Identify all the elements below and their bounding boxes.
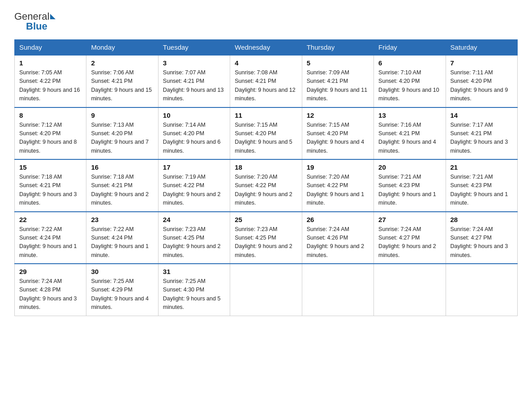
calendar-cell: 16 Sunrise: 7:18 AMSunset: 4:21 PMDaylig… — [86, 159, 158, 212]
day-info: Sunrise: 7:11 AMSunset: 4:20 PMDaylight:… — [450, 68, 513, 103]
day-info: Sunrise: 7:18 AMSunset: 4:21 PMDaylight:… — [19, 173, 82, 208]
day-info: Sunrise: 7:15 AMSunset: 4:20 PMDaylight:… — [235, 121, 297, 156]
day-number: 5 — [307, 59, 369, 67]
week-row-4: 22 Sunrise: 7:22 AMSunset: 4:24 PMDaylig… — [15, 212, 518, 264]
calendar-cell: 21 Sunrise: 7:21 AMSunset: 4:23 PMDaylig… — [446, 159, 517, 212]
day-number: 13 — [378, 111, 441, 119]
page-header: General Blue — [14, 11, 518, 32]
day-info: Sunrise: 7:13 AMSunset: 4:20 PMDaylight:… — [91, 121, 153, 156]
calendar-cell: 19 Sunrise: 7:20 AMSunset: 4:22 PMDaylig… — [302, 159, 373, 212]
day-info: Sunrise: 7:09 AMSunset: 4:21 PMDaylight:… — [307, 68, 369, 103]
day-number: 14 — [450, 111, 513, 119]
calendar-cell: 14 Sunrise: 7:17 AMSunset: 4:21 PMDaylig… — [446, 107, 517, 160]
day-number: 25 — [235, 216, 297, 223]
day-info: Sunrise: 7:25 AMSunset: 4:29 PMDaylight:… — [91, 277, 153, 312]
calendar-cell: 23 Sunrise: 7:22 AMSunset: 4:24 PMDaylig… — [86, 212, 158, 264]
day-info: Sunrise: 7:20 AMSunset: 4:22 PMDaylight:… — [235, 173, 297, 208]
calendar-cell: 25 Sunrise: 7:23 AMSunset: 4:25 PMDaylig… — [230, 212, 302, 264]
week-row-1: 1 Sunrise: 7:05 AMSunset: 4:22 PMDayligh… — [15, 55, 518, 107]
day-number: 21 — [450, 163, 513, 171]
day-number: 10 — [163, 111, 225, 119]
calendar-cell: 9 Sunrise: 7:13 AMSunset: 4:20 PMDayligh… — [86, 107, 158, 160]
calendar-cell: 20 Sunrise: 7:21 AMSunset: 4:23 PMDaylig… — [374, 159, 446, 212]
day-info: Sunrise: 7:21 AMSunset: 4:23 PMDaylight:… — [450, 173, 513, 208]
calendar-cell: 27 Sunrise: 7:24 AMSunset: 4:27 PMDaylig… — [374, 212, 446, 264]
day-info: Sunrise: 7:22 AMSunset: 4:24 PMDaylight:… — [91, 225, 153, 260]
day-number: 17 — [163, 163, 225, 171]
day-number: 12 — [307, 111, 369, 119]
day-number: 8 — [19, 111, 82, 119]
day-number: 9 — [91, 111, 153, 119]
day-info: Sunrise: 7:05 AMSunset: 4:22 PMDaylight:… — [19, 68, 82, 103]
header-thursday: Thursday — [302, 40, 373, 56]
calendar-cell — [446, 264, 517, 316]
calendar-cell: 29 Sunrise: 7:24 AMSunset: 4:28 PMDaylig… — [15, 264, 86, 316]
calendar-cell: 8 Sunrise: 7:12 AMSunset: 4:20 PMDayligh… — [15, 107, 86, 160]
calendar-cell: 4 Sunrise: 7:08 AMSunset: 4:21 PMDayligh… — [230, 55, 302, 107]
day-info: Sunrise: 7:25 AMSunset: 4:30 PMDaylight:… — [163, 277, 225, 312]
calendar-cell: 3 Sunrise: 7:07 AMSunset: 4:21 PMDayligh… — [158, 55, 230, 107]
day-info: Sunrise: 7:06 AMSunset: 4:21 PMDaylight:… — [91, 68, 153, 103]
day-number: 4 — [235, 59, 297, 67]
day-info: Sunrise: 7:21 AMSunset: 4:23 PMDaylight:… — [378, 173, 441, 208]
day-number: 30 — [91, 268, 153, 275]
header-wednesday: Wednesday — [230, 40, 302, 56]
day-info: Sunrise: 7:18 AMSunset: 4:21 PMDaylight:… — [91, 173, 153, 208]
day-number: 28 — [450, 216, 513, 223]
header-saturday: Saturday — [446, 40, 517, 56]
day-info: Sunrise: 7:12 AMSunset: 4:20 PMDaylight:… — [19, 121, 82, 156]
header-tuesday: Tuesday — [158, 40, 230, 56]
calendar-cell: 10 Sunrise: 7:14 AMSunset: 4:20 PMDaylig… — [158, 107, 230, 160]
calendar-cell: 6 Sunrise: 7:10 AMSunset: 4:20 PMDayligh… — [374, 55, 446, 107]
logo-triangle-icon — [50, 14, 56, 19]
day-number: 2 — [91, 59, 153, 67]
day-info: Sunrise: 7:19 AMSunset: 4:22 PMDaylight:… — [163, 173, 225, 208]
day-number: 22 — [19, 216, 82, 223]
day-info: Sunrise: 7:08 AMSunset: 4:21 PMDaylight:… — [235, 68, 297, 103]
calendar-cell: 24 Sunrise: 7:23 AMSunset: 4:25 PMDaylig… — [158, 212, 230, 264]
header-monday: Monday — [86, 40, 158, 56]
calendar-cell: 31 Sunrise: 7:25 AMSunset: 4:30 PMDaylig… — [158, 264, 230, 316]
day-info: Sunrise: 7:15 AMSunset: 4:20 PMDaylight:… — [307, 121, 369, 156]
day-number: 18 — [235, 163, 297, 171]
day-info: Sunrise: 7:20 AMSunset: 4:22 PMDaylight:… — [307, 173, 369, 208]
calendar-cell — [302, 264, 373, 316]
header-friday: Friday — [374, 40, 446, 56]
calendar-cell — [230, 264, 302, 316]
day-number: 16 — [91, 163, 153, 171]
calendar-table: SundayMondayTuesdayWednesdayThursdayFrid… — [14, 39, 518, 316]
day-info: Sunrise: 7:16 AMSunset: 4:21 PMDaylight:… — [378, 121, 441, 156]
day-number: 24 — [163, 216, 225, 223]
week-row-2: 8 Sunrise: 7:12 AMSunset: 4:20 PMDayligh… — [15, 107, 518, 160]
calendar-cell: 30 Sunrise: 7:25 AMSunset: 4:29 PMDaylig… — [86, 264, 158, 316]
logo-blue-text: Blue — [26, 21, 47, 32]
day-number: 29 — [19, 268, 82, 275]
calendar-cell: 12 Sunrise: 7:15 AMSunset: 4:20 PMDaylig… — [302, 107, 373, 160]
day-info: Sunrise: 7:24 AMSunset: 4:27 PMDaylight:… — [450, 225, 513, 260]
logo: General Blue — [14, 11, 56, 32]
header-sunday: Sunday — [15, 40, 86, 56]
calendar-cell: 22 Sunrise: 7:22 AMSunset: 4:24 PMDaylig… — [15, 212, 86, 264]
day-number: 15 — [19, 163, 82, 171]
calendar-cell: 11 Sunrise: 7:15 AMSunset: 4:20 PMDaylig… — [230, 107, 302, 160]
calendar-cell: 28 Sunrise: 7:24 AMSunset: 4:27 PMDaylig… — [446, 212, 517, 264]
day-info: Sunrise: 7:07 AMSunset: 4:21 PMDaylight:… — [163, 68, 225, 103]
calendar-cell — [374, 264, 446, 316]
day-info: Sunrise: 7:24 AMSunset: 4:26 PMDaylight:… — [307, 225, 369, 260]
calendar-cell: 13 Sunrise: 7:16 AMSunset: 4:21 PMDaylig… — [374, 107, 446, 160]
calendar-cell: 1 Sunrise: 7:05 AMSunset: 4:22 PMDayligh… — [15, 55, 86, 107]
day-info: Sunrise: 7:24 AMSunset: 4:27 PMDaylight:… — [378, 225, 441, 260]
day-info: Sunrise: 7:17 AMSunset: 4:21 PMDaylight:… — [450, 121, 513, 156]
calendar-cell: 15 Sunrise: 7:18 AMSunset: 4:21 PMDaylig… — [15, 159, 86, 212]
day-number: 26 — [307, 216, 369, 223]
day-number: 7 — [450, 59, 513, 67]
day-info: Sunrise: 7:24 AMSunset: 4:28 PMDaylight:… — [19, 277, 82, 312]
day-number: 31 — [163, 268, 225, 275]
day-number: 11 — [235, 111, 297, 119]
day-info: Sunrise: 7:14 AMSunset: 4:20 PMDaylight:… — [163, 121, 225, 156]
day-number: 6 — [378, 59, 441, 67]
calendar-cell: 5 Sunrise: 7:09 AMSunset: 4:21 PMDayligh… — [302, 55, 373, 107]
day-info: Sunrise: 7:23 AMSunset: 4:25 PMDaylight:… — [163, 225, 225, 260]
day-number: 3 — [163, 59, 225, 67]
calendar-cell: 7 Sunrise: 7:11 AMSunset: 4:20 PMDayligh… — [446, 55, 517, 107]
